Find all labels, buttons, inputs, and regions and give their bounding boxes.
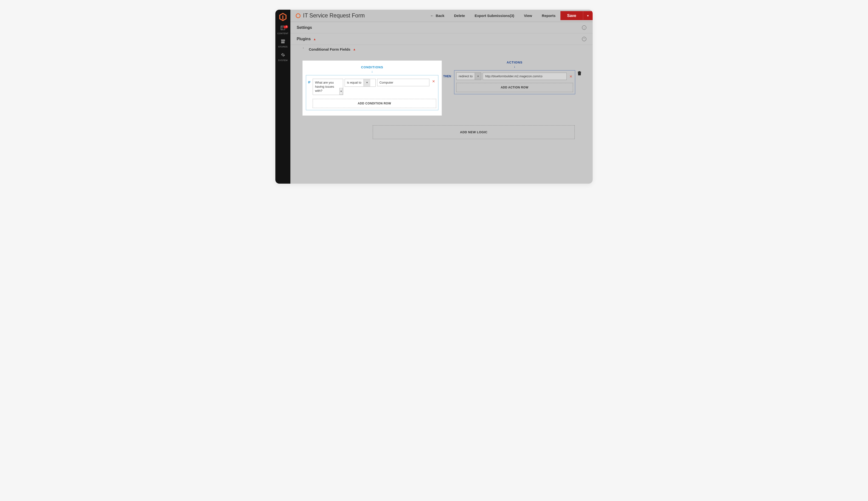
sidebar-item-label: STORES <box>278 45 288 48</box>
magento-logo-icon <box>279 13 287 21</box>
back-label: Back <box>436 13 444 18</box>
caret-down-icon: ▼ <box>364 79 370 86</box>
reports-button[interactable]: Reports <box>537 11 561 20</box>
save-dropdown-caret-icon[interactable]: ▼ <box>583 11 593 20</box>
remove-action-button[interactable]: ✕ <box>569 74 573 79</box>
section-settings-title: Settings <box>297 25 312 30</box>
sidebar-item-label: SYSTEM <box>278 59 288 62</box>
export-submissions-button[interactable]: Export Submissions(3) <box>470 11 519 20</box>
save-label: Save <box>561 13 583 18</box>
chevron-up-icon: ⌃ <box>303 47 306 51</box>
section-plugins-title: Plugins <box>297 37 311 41</box>
then-label: THEN <box>442 71 452 78</box>
condition-row: What are you having issues with? ▼ is eq… <box>313 77 436 96</box>
sidebar-item-system[interactable]: SYSTEM <box>275 53 290 62</box>
condition-value-input[interactable] <box>377 79 430 86</box>
condition-operator-select[interactable]: is equal to ▼ <box>345 79 376 87</box>
caret-down-icon: ▼ <box>475 73 481 80</box>
add-action-row-button[interactable]: ADD ACTION ROW <box>456 83 573 92</box>
conditions-panel: CONDITIONS ↓ IF What are you having issu… <box>303 61 442 116</box>
action-row: redirect to ▼ ✕ <box>456 73 573 80</box>
condition-field-select[interactable]: What are you having issues with? ▼ <box>313 79 343 95</box>
actions-panel: ACTIONS ↓ redirect to ▼ <box>454 71 575 94</box>
arrow-left-icon: ← <box>430 13 434 18</box>
delete-button[interactable]: Delete <box>449 11 470 20</box>
view-button[interactable]: View <box>519 11 537 20</box>
sidebar-item-content[interactable]: 4 CONTENT <box>275 26 290 35</box>
section-plugins[interactable]: Plugins ▲ ⌃ <box>290 33 593 45</box>
chevron-up-icon: ⌃ <box>582 37 586 41</box>
back-button[interactable]: ← Back <box>425 11 449 20</box>
store-icon <box>281 40 285 45</box>
condition-field-value: What are you having issues with? <box>313 79 339 95</box>
actions-panel-wrap: THEN ACTIONS ↓ redirect to ▼ <box>442 61 575 94</box>
svg-rect-2 <box>281 27 282 30</box>
warning-icon: ▲ <box>313 37 316 41</box>
action-value-input[interactable] <box>483 73 566 80</box>
arrow-down-icon: ↓ <box>306 70 438 73</box>
section-settings[interactable]: Settings ⌄ <box>290 22 593 33</box>
main-content: IT Service Request Form ← Back Delete Ex… <box>290 10 593 184</box>
chevron-down-icon: ⌄ <box>582 25 586 30</box>
notification-badge: 4 <box>285 25 288 28</box>
add-new-logic-button[interactable]: ADD NEW LOGIC <box>373 125 575 139</box>
arrow-down-icon: ↓ <box>454 65 575 68</box>
warning-icon: ▲ <box>353 47 356 51</box>
remove-condition-button[interactable]: ✕ <box>432 79 435 84</box>
page-title: IT Service Request Form <box>303 12 365 19</box>
gear-icon <box>281 53 285 58</box>
if-label: IF <box>308 77 311 84</box>
admin-sidebar: 4 CONTENT STORES SYSTEM <box>275 10 290 184</box>
actions-box: redirect to ▼ ✕ ADD ACTION ROW <box>454 70 575 94</box>
sidebar-item-label: CONTENT <box>277 32 289 35</box>
conditions-header: CONDITIONS <box>306 65 438 69</box>
condition-operator-value: is equal to <box>345 79 364 86</box>
form-status-icon <box>296 13 301 18</box>
sidebar-item-stores[interactable]: STORES <box>275 40 290 48</box>
save-button[interactable]: Save ▼ <box>561 11 593 20</box>
logic-builder: CONDITIONS ↓ IF What are you having issu… <box>290 53 593 144</box>
action-type-value: redirect to <box>456 73 475 80</box>
caret-down-icon: ▼ <box>339 88 343 95</box>
delete-logic-button[interactable] <box>578 71 581 76</box>
add-condition-row-button[interactable]: ADD CONDITION ROW <box>313 99 436 108</box>
actions-header: ACTIONS <box>454 61 575 64</box>
action-type-select[interactable]: redirect to ▼ <box>456 73 481 80</box>
conditions-box: IF What are you having issues with? ▼ is… <box>306 75 438 110</box>
subsection-conditional-fields[interactable]: ⌃ Conditional Form Fields ▲ <box>290 45 593 53</box>
page-toolbar: ← Back Delete Export Submissions(3) View… <box>425 11 593 20</box>
page-header: IT Service Request Form ← Back Delete Ex… <box>290 10 593 22</box>
subsection-title: Conditional Form Fields <box>309 47 350 51</box>
